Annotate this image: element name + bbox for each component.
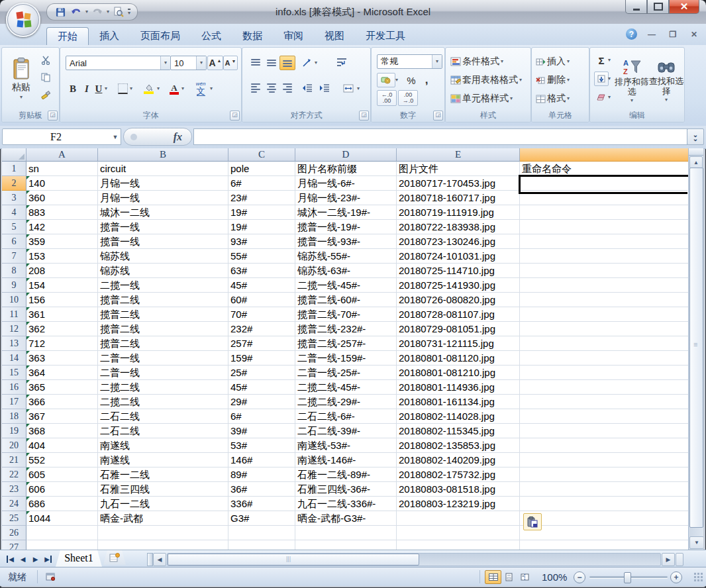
format-painter-button[interactable] [38, 87, 54, 102]
cell-styles-button[interactable]: 单元格样式 ▾ [450, 90, 528, 107]
cell-E23[interactable]: 20180803-081518.jpg [397, 482, 520, 497]
cell-A18[interactable]: 367 [26, 409, 98, 424]
cell-F9[interactable] [520, 278, 689, 293]
name-box[interactable]: F2 ▼ [2, 128, 121, 145]
undo-dropdown-icon[interactable]: ▾ [85, 9, 88, 15]
row-header-11[interactable]: 11 [2, 307, 26, 322]
cell-D8[interactable]: 锦苏线-63#- [295, 264, 397, 278]
underline-dropdown-icon[interactable]: ▾ [105, 86, 107, 91]
cell-B26[interactable] [98, 526, 228, 540]
accounting-dropdown-icon[interactable]: ▾ [395, 77, 398, 83]
cell-A14[interactable]: 363 [26, 351, 98, 366]
column-header-f[interactable] [520, 148, 689, 162]
cell-D6[interactable]: 揽普一线-93#- [295, 234, 397, 249]
cell-A21[interactable]: 552 [26, 453, 98, 467]
cell-F3[interactable] [520, 191, 689, 205]
align-center-button[interactable] [264, 81, 279, 95]
paste-button[interactable]: 粘贴 ▾ [6, 52, 36, 106]
grow-font-button[interactable]: A▲ [207, 56, 223, 70]
previous-sheet-button[interactable]: ◀ [17, 553, 29, 565]
cell-D25[interactable]: 晒金-武都-G3#- [295, 511, 397, 526]
cell-F6[interactable] [520, 234, 689, 249]
fill-button[interactable] [594, 72, 609, 86]
row-header-27[interactable]: 27 [2, 540, 26, 550]
cell-E10[interactable]: 20180726-080820.jpg [397, 293, 520, 307]
cell-C15[interactable]: 25# [228, 366, 295, 380]
cell-F4[interactable] [520, 205, 689, 220]
cell-A9[interactable]: 154 [26, 278, 98, 293]
redo-icon[interactable] [91, 5, 104, 19]
underline-button[interactable]: U [92, 81, 105, 97]
cell-A12[interactable]: 362 [26, 322, 98, 336]
row-header-19[interactable]: 19 [2, 424, 26, 438]
cell-B2[interactable]: 月锦一线 [98, 176, 228, 191]
first-sheet-button[interactable]: ◀ [4, 553, 17, 565]
cell-C6[interactable]: 93# [228, 234, 295, 249]
macro-record-button[interactable] [42, 570, 59, 584]
zoom-in-button[interactable]: + [670, 571, 682, 583]
tab-home[interactable]: 开始 [46, 27, 89, 46]
cell-A25[interactable]: 1044 [26, 511, 98, 526]
row-header-10[interactable]: 10 [2, 293, 26, 307]
cell-A11[interactable]: 361 [26, 307, 98, 322]
cell-D11[interactable]: 揽普二线-70#- [295, 307, 397, 322]
cell-F19[interactable] [520, 424, 689, 438]
cell-E8[interactable]: 20180725-114710.jpg [397, 264, 520, 278]
wrap-text-button[interactable] [332, 54, 351, 70]
number-format-combo[interactable]: 常规 ▾ [377, 54, 442, 69]
cell-F18[interactable] [520, 409, 689, 424]
insert-function-button[interactable]: fx [123, 128, 192, 146]
increase-indent-button[interactable] [315, 81, 332, 95]
cell-C1[interactable]: pole [228, 162, 295, 176]
undo-icon[interactable] [70, 5, 83, 19]
cell-B3[interactable]: 月锦一线 [98, 191, 228, 205]
clipboard-dialog-launcher[interactable]: ◲ [48, 111, 58, 121]
number-format-dropdown-icon[interactable]: ▾ [432, 55, 442, 68]
font-color-button[interactable]: A [166, 81, 182, 97]
cell-C14[interactable]: 159# [228, 351, 295, 366]
cell-F11[interactable] [520, 307, 689, 322]
insert-worksheet-button[interactable] [103, 550, 126, 565]
cell-E26[interactable] [397, 526, 520, 540]
row-header-7[interactable]: 7 [2, 249, 26, 264]
zoom-out-button[interactable]: − [574, 571, 585, 583]
cell-D13[interactable]: 揽普二线-257#- [295, 336, 397, 351]
cell-E15[interactable]: 20180801-081210.jpg [397, 366, 520, 380]
cell-E2[interactable]: 20180717-170453.jpg [397, 176, 520, 191]
page-layout-view-button[interactable] [501, 570, 517, 584]
cut-button[interactable] [38, 53, 54, 68]
tab-review[interactable]: 审阅 [273, 27, 314, 45]
row-header-2[interactable]: 2 [2, 176, 26, 191]
conditional-formatting-button[interactable]: 条件格式 ▾ [450, 53, 528, 70]
cell-E25[interactable] [397, 511, 520, 526]
row-header-8[interactable]: 8 [2, 264, 26, 278]
cell-A8[interactable]: 208 [26, 264, 98, 278]
cell-B5[interactable]: 揽普一线 [98, 220, 228, 234]
cell-C26[interactable] [228, 526, 295, 540]
row-header-26[interactable]: 26 [2, 526, 26, 540]
cell-B15[interactable]: 二普一线 [98, 366, 228, 380]
office-button[interactable] [6, 3, 40, 37]
cell-D16[interactable]: 二揽二线-45#- [295, 380, 397, 395]
cell-B1[interactable]: circuit [98, 162, 228, 176]
normal-view-button[interactable] [485, 570, 501, 584]
cell-D18[interactable]: 二石二线-6#- [295, 409, 397, 424]
cell-B6[interactable]: 揽普一线 [98, 234, 228, 249]
cell-A17[interactable]: 366 [26, 395, 98, 409]
cell-F26[interactable] [520, 526, 689, 540]
cell-D9[interactable]: 二揽一线-45#- [295, 278, 397, 293]
orientation-button[interactable] [298, 56, 315, 70]
align-right-button[interactable] [279, 81, 295, 95]
cell-B4[interactable]: 城沐一二线 [98, 205, 228, 220]
cell-A22[interactable]: 605 [26, 467, 98, 482]
cell-E6[interactable]: 20180723-130246.jpg [397, 234, 520, 249]
cell-C5[interactable]: 19# [228, 220, 295, 234]
horizontal-scrollbar[interactable] [167, 553, 661, 566]
font-name-combo[interactable]: Arial ▾ [66, 56, 171, 70]
cell-A10[interactable]: 156 [26, 293, 98, 307]
cell-B13[interactable]: 揽普二线 [98, 336, 228, 351]
bold-button[interactable]: B [66, 81, 80, 97]
cell-B25[interactable]: 晒金-武都 [98, 511, 228, 526]
cell-C18[interactable]: 6# [228, 409, 295, 424]
borders-dropdown-icon[interactable]: ▾ [130, 86, 132, 91]
